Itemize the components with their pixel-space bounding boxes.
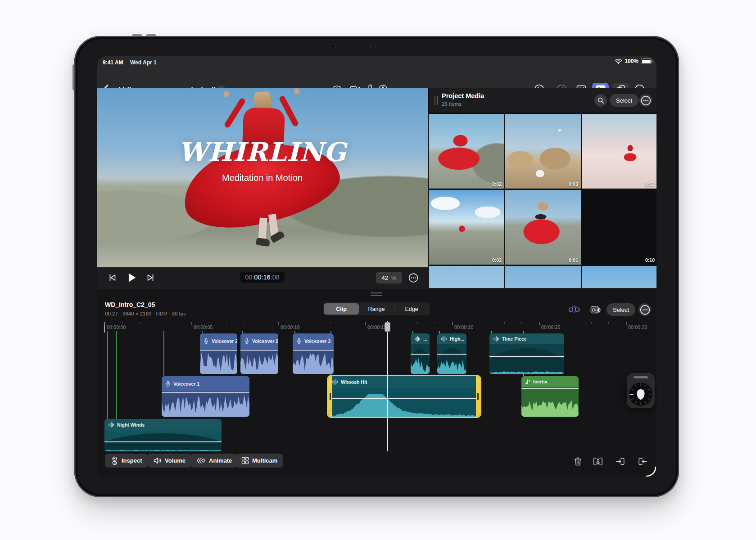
clip-label: Voiceover 2 (252, 338, 278, 344)
play-icon[interactable] (127, 272, 137, 283)
skip-forward-icon[interactable] (145, 272, 156, 283)
media-thumbnail[interactable] (429, 266, 504, 288)
media-thumbnail[interactable]: 0:01 (505, 190, 581, 265)
playhead[interactable] (387, 321, 388, 451)
search-icon (597, 97, 604, 104)
timeline-toolbar: InspectVolumeAnimateMulticam (97, 451, 656, 472)
button-label: Volume (165, 457, 186, 464)
ipad-device-frame: 9:41 AM Wed Apr 1 100% Whirling Document… (74, 36, 679, 497)
project-media-panel: Project Media 26 Items Select 0:020:030:… (428, 88, 656, 288)
mic-icon (165, 381, 171, 387)
battery-percent: 100% (625, 58, 638, 64)
clip-label: ... (423, 336, 427, 342)
trim-handle-left[interactable] (328, 376, 332, 417)
media-more-button[interactable] (639, 94, 652, 107)
timeline-clip-inertia[interactable]: Inertia (521, 376, 579, 417)
waveform-icon (108, 422, 114, 428)
clip-connection-line (116, 331, 117, 419)
front-camera (331, 44, 335, 48)
viewer-section: WHIRLING Meditation in Motion 00:00:16:0… (97, 88, 428, 288)
media-thumbnail[interactable] (582, 266, 656, 288)
thumbnail-duration: 0:01 (569, 257, 578, 263)
playhead-handle[interactable] (385, 322, 390, 332)
screen: 9:41 AM Wed Apr 1 100% Whirling Document… (97, 56, 656, 477)
blade-icon[interactable] (593, 456, 603, 467)
waveform-icon (332, 379, 338, 385)
media-thumbnail[interactable] (505, 266, 581, 288)
clip-label: Inertia (533, 379, 548, 384)
animate-icon (196, 457, 206, 464)
main-toolbar: Whirling Documentary Final Edit (97, 68, 656, 88)
clip-label: Time Piece (502, 336, 527, 342)
inspect-icon (111, 456, 118, 465)
search-button[interactable] (594, 94, 607, 107)
timeline-clips-area: Voiceover 2Voiceover 2Voiceover 3...High… (97, 288, 656, 451)
timeline-clip-voiceover-2[interactable]: Voiceover 2 (200, 333, 237, 374)
volume-icon (153, 457, 162, 464)
status-bar: 9:41 AM Wed Apr 1 100% (97, 56, 656, 68)
timeline-clip-time-piece[interactable]: Time Piece (489, 333, 564, 374)
jog-wheel[interactable] (627, 373, 655, 408)
jog-drag-bar[interactable] (634, 376, 648, 378)
timecode-display: 00:00:16:08 (240, 272, 285, 283)
skip-back-icon[interactable] (107, 272, 118, 283)
battery-icon (641, 58, 652, 64)
status-time: 9:41 AM (103, 59, 123, 66)
mic-icon (296, 338, 302, 344)
waveform-icon (441, 336, 447, 342)
clip-label: Voiceover 2 (212, 338, 237, 344)
timeline-clip--[interactable]: ... (411, 333, 430, 374)
status-date: Wed Apr 1 (130, 59, 157, 66)
mic-icon (204, 338, 209, 344)
clip-label: Voiceover 3 (304, 338, 330, 344)
timeline-clip-high-[interactable]: High... (437, 333, 466, 374)
timeline-clip-whoosh-hit[interactable]: Whoosh Hit (328, 376, 480, 417)
volume-button[interactable]: Volume (147, 454, 191, 468)
clip-connection-line (163, 331, 164, 376)
zoom-level[interactable]: 42% (376, 272, 402, 284)
thumbnail-duration: 0:03 (569, 181, 578, 187)
jog-dial[interactable] (629, 382, 653, 406)
viewer-more-icon[interactable] (408, 272, 419, 283)
media-more-icon (640, 95, 652, 106)
video-preview[interactable]: WHIRLING Meditation in Motion (97, 88, 428, 267)
top-chrome: 9:41 AM Wed Apr 1 100% Whirling Document… (97, 56, 656, 88)
animate-button[interactable]: Animate (190, 454, 238, 468)
trim-handle-right[interactable] (476, 376, 480, 417)
thumbnail-duration: 0:02 (645, 181, 655, 187)
timeline-clip-voiceover-2[interactable]: Voiceover 2 (240, 333, 278, 374)
media-panel-header: Project Media 26 Items Select (429, 88, 656, 112)
media-thumbnail[interactable]: 0:02 (582, 114, 656, 189)
thumbnail-duration: 0:02 (492, 181, 502, 187)
corner-gesture-indicator (644, 465, 656, 477)
media-select-button[interactable]: Select (610, 94, 638, 107)
clip-label: Night Winds (117, 422, 145, 428)
page-canvas: 9:41 AM Wed Apr 1 100% Whirling Document… (0, 0, 756, 540)
media-item-count: 26 Items (442, 101, 462, 107)
inspect-button[interactable]: Inspect (105, 454, 148, 468)
mic-hole (370, 45, 371, 47)
multicam-button[interactable]: Multicam (235, 454, 283, 468)
media-thumbnail[interactable]: 0:10 (582, 190, 656, 265)
clip-label: Voiceover 1 (173, 381, 199, 387)
note-icon (525, 379, 530, 385)
panel-drag-handle[interactable] (435, 96, 438, 105)
button-label: Animate (209, 457, 232, 464)
playback-controls: 00:00:16:08 42% (97, 267, 428, 288)
timeline-clip-night-winds[interactable]: Night Winds (104, 419, 222, 451)
wifi-icon (615, 58, 622, 64)
video-subtitle-overlay: Meditation in Motion (97, 173, 428, 183)
insert-icon[interactable] (615, 456, 626, 467)
trash-icon[interactable] (572, 456, 583, 467)
timeline-clip-voiceover-3[interactable]: Voiceover 3 (293, 333, 334, 374)
thumbnail-duration: 0:10 (645, 257, 655, 263)
media-thumbnail[interactable]: 0:02 (429, 190, 504, 265)
clip-connection-line (107, 331, 108, 419)
media-thumbnail[interactable]: 0:02 (429, 114, 504, 189)
multicam-icon (241, 457, 249, 464)
media-thumbnail[interactable]: 0:03 (505, 114, 581, 189)
button-label: Multicam (252, 457, 277, 464)
timeline-clip-voiceover-1[interactable]: Voiceover 1 (162, 376, 249, 417)
mic-icon (244, 338, 249, 344)
clip-label: Whoosh Hit (341, 379, 367, 385)
